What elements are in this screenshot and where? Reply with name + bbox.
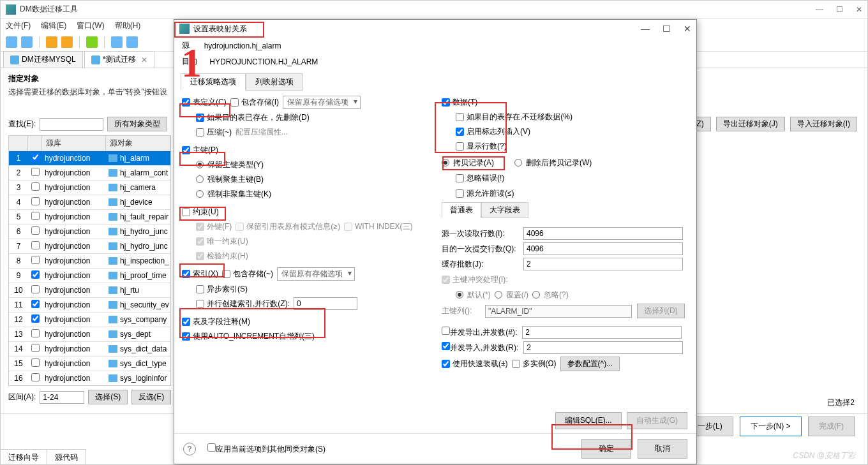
tab-large-table[interactable]: 大字段表 [481, 202, 528, 218]
row-check[interactable] [31, 256, 40, 264]
table-row[interactable]: 12hydrojunctionsys_company [9, 312, 170, 327]
table-row[interactable]: 13hydrojunctionsys_dept [9, 327, 170, 341]
if-exists-check[interactable]: 如果目的表已存在，先删除(D) [196, 112, 310, 123]
folder-icon[interactable] [61, 36, 73, 48]
row-check[interactable] [31, 153, 40, 161]
par-import-check[interactable]: 并发导入,并发数(R): [442, 342, 518, 353]
menu-window[interactable]: 窗口(W) [77, 20, 104, 31]
next-button[interactable]: 下一步(N) > [740, 417, 802, 436]
tab-source-code[interactable]: 源代码 [47, 450, 86, 464]
tabledef-check[interactable]: 表定义(C) [182, 97, 227, 108]
table-row[interactable]: 6hydrojunctionhj_hydro_junc [9, 224, 170, 239]
inc-store-check[interactable]: 包含存储(I) [230, 97, 279, 108]
all-types-button[interactable]: 所有对象类型 [107, 117, 167, 131]
table-row[interactable]: 15hydrojunctionsys_dict_type [9, 356, 170, 371]
data-check[interactable]: 数据(T) [442, 97, 477, 108]
menu-file[interactable]: 文件(F) [6, 20, 31, 31]
tab-test-migrate[interactable]: *测试迁移✕ [84, 51, 155, 68]
th-source-obj[interactable]: 源对象 [106, 136, 170, 151]
table-row[interactable]: 11hydrojunctionhj_security_ev [9, 297, 170, 312]
par-export-input[interactable] [522, 326, 682, 339]
tab-normal-table[interactable]: 普通表 [442, 202, 481, 218]
tab-migrate-wizard[interactable]: 迁移向导 [1, 450, 47, 464]
dialog-maximize-icon[interactable]: ☐ [662, 24, 671, 34]
row-check[interactable] [31, 358, 40, 367]
export-migrate-button[interactable]: 导出迁移对象(J) [716, 117, 785, 131]
table-row[interactable]: 10hydrojunctionhj_rtu [9, 283, 170, 297]
row-check[interactable] [31, 168, 40, 176]
table-row[interactable]: 16hydrojunctionsys_logininfor [9, 371, 170, 385]
dialog-close-icon[interactable]: ✕ [684, 24, 691, 34]
row-check[interactable] [31, 373, 40, 381]
row-check[interactable] [31, 270, 40, 279]
enable-ident-check[interactable]: 启用标志列插入(V) [456, 126, 530, 137]
row-check[interactable] [31, 226, 40, 235]
menu-edit[interactable]: 编辑(E) [41, 20, 66, 31]
help-icon[interactable]: ? [183, 443, 196, 455]
row-check[interactable] [31, 197, 40, 205]
edit-sql-button[interactable]: 编辑SQL(E)... [555, 412, 622, 429]
home-icon[interactable] [126, 36, 138, 48]
row-check[interactable] [31, 300, 40, 308]
save-icon[interactable] [6, 36, 17, 48]
row-check[interactable] [31, 344, 40, 352]
table-row[interactable]: 5hydrojunctionhj_fault_repair [9, 209, 170, 224]
constraint-check[interactable]: 约束(U) [182, 207, 219, 218]
force-cluster-radio[interactable] [196, 175, 204, 183]
cache-batch-input[interactable] [523, 258, 683, 270]
comment-check[interactable]: 表及字段注释(M) [182, 316, 250, 327]
param-cfg-button[interactable]: 参数配置(^)... [560, 357, 620, 371]
table-row[interactable]: 8hydrojunctionhj_inspection_ [9, 253, 170, 268]
multi-inst-check[interactable]: 多实例(Ω) [512, 358, 557, 369]
table-row[interactable]: 2hydrojunctionhj_alarm_cont [9, 165, 170, 180]
inc-store2-check[interactable]: 包含存储(~) [222, 269, 273, 279]
par-export-check[interactable]: 并发导出,并发数(#): [442, 327, 517, 338]
force-noncluster-radio[interactable] [196, 190, 204, 198]
table-row[interactable]: 7hydrojunctionhj_hydro_junc [9, 239, 170, 253]
keep-store2-dropdown[interactable]: 保留原有存储选项 [277, 267, 355, 281]
maximize-icon[interactable]: ☐ [836, 5, 843, 14]
keep-pk-radio[interactable] [196, 161, 204, 168]
fast-load-check[interactable]: 使用快速装载(±) [442, 358, 508, 369]
ok-button[interactable]: 确定 [581, 439, 631, 459]
async-idx-check[interactable]: 异步索引(S) [196, 284, 248, 295]
ignore-err-check[interactable]: 忽略错误(!) [456, 173, 504, 184]
back-icon[interactable] [111, 36, 123, 48]
if-exists2-check[interactable]: 如果目的表存在,不迁移数据(%) [456, 112, 572, 122]
autoinc-check[interactable]: 使用AUTO_INCREMENT自增列(三) [182, 331, 315, 342]
th-source-lib[interactable]: 源库 [42, 136, 106, 151]
import-migrate-button[interactable]: 导入迁移对象(I) [790, 117, 857, 131]
del-after-radio[interactable] [514, 159, 522, 166]
minimize-icon[interactable]: — [816, 5, 823, 14]
pk-check[interactable]: 主键(P) [182, 145, 218, 156]
par-import-input[interactable] [523, 341, 683, 354]
menu-help[interactable]: 帮助(H) [115, 20, 141, 31]
row-check[interactable] [31, 285, 40, 293]
index-check[interactable]: 索引(X) [182, 269, 218, 279]
par-idx-check[interactable]: 并行创建索引,并行数(Z): [196, 299, 290, 309]
run-icon[interactable] [86, 36, 98, 48]
compress-check[interactable]: 压缩(~) [196, 127, 232, 138]
open-icon[interactable] [46, 36, 57, 48]
save-all-icon[interactable] [21, 36, 33, 48]
row-check[interactable] [31, 182, 40, 191]
table-row[interactable]: 14hydrojunctionsys_dict_data [9, 341, 170, 356]
show-rows-check[interactable]: 显示行数(?) [456, 141, 507, 152]
dst-commit-input[interactable] [523, 242, 683, 255]
deselect-button[interactable]: 反选(E) [131, 390, 171, 404]
cancel-button[interactable]: 取消 [638, 439, 687, 459]
select-button[interactable]: 选择(S) [88, 390, 128, 404]
range-input[interactable] [40, 391, 84, 404]
find-input[interactable] [40, 118, 103, 131]
row-check[interactable] [31, 212, 40, 220]
dialog-minimize-icon[interactable]: — [641, 24, 650, 34]
apply-all-check[interactable]: 应用当前选项到其他同类对象(S) [207, 443, 326, 455]
row-check[interactable] [31, 329, 40, 337]
src-dirty-check[interactable]: 源允许脏读(≤) [456, 188, 514, 199]
tab-migrate-mysql[interactable]: DM迁移MYSQL [3, 51, 83, 68]
src-fetch-input[interactable] [523, 227, 683, 240]
table-row[interactable]: 1hydrojunctionhj_alarm [9, 151, 170, 165]
copy-rec-radio[interactable] [442, 159, 449, 166]
close-icon[interactable]: ✕ [856, 5, 862, 14]
tab-close-icon[interactable]: ✕ [141, 55, 147, 64]
